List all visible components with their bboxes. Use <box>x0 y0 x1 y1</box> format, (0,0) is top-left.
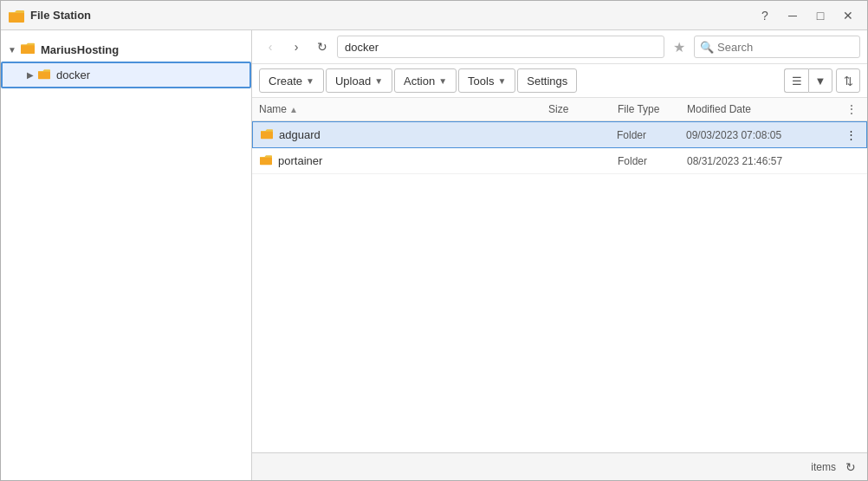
col-header-more[interactable]: ⋮ <box>843 103 860 115</box>
view-dropdown-button[interactable]: ▼ <box>808 68 832 93</box>
adguard-type: Folder <box>617 129 686 141</box>
file-row-adguard[interactable]: adguard Folder 09/03/2023 07:08:05 ⋮ <box>252 121 867 148</box>
close-button[interactable]: ✕ <box>836 6 860 25</box>
create-button[interactable]: Create ▼ <box>259 68 324 93</box>
svg-rect-3 <box>261 131 273 139</box>
file-station-window: File Station ? ─ □ ✕ ▼ MariusHosting <box>0 0 868 481</box>
forward-button[interactable]: › <box>285 36 308 58</box>
adguard-more[interactable]: ⋮ <box>842 128 859 141</box>
list-view-button[interactable]: ☰ <box>784 68 808 93</box>
back-button[interactable]: ‹ <box>259 36 282 58</box>
docker-label: docker <box>56 68 90 81</box>
minimize-button[interactable]: ─ <box>781 6 805 25</box>
path-input[interactable] <box>337 36 664 58</box>
right-panel: ‹ › ↻ ★ 🔍 Create ▼ Upload ▼ <box>252 30 867 480</box>
svg-rect-1 <box>21 44 35 54</box>
tools-button[interactable]: Tools ▼ <box>458 68 515 93</box>
sidebar-item-docker[interactable]: ▶ docker <box>1 62 251 88</box>
sidebar: ▼ MariusHosting ▶ docker <box>1 30 252 480</box>
main-content: ▼ MariusHosting ▶ docker <box>1 30 867 480</box>
app-icon <box>8 7 25 24</box>
settings-label: Settings <box>527 75 567 88</box>
items-count-label: items <box>811 461 836 473</box>
navigation-toolbar: ‹ › ↻ ★ 🔍 <box>252 30 867 64</box>
statusbar-refresh-button[interactable]: ↻ <box>841 458 860 477</box>
upload-button[interactable]: Upload ▼ <box>326 68 392 93</box>
statusbar: items ↻ <box>252 452 867 480</box>
file-name-portainer: portainer <box>259 153 548 168</box>
bookmark-button[interactable]: ★ <box>668 36 690 58</box>
search-input[interactable] <box>717 41 854 54</box>
upload-dropdown-arrow: ▼ <box>374 76 383 86</box>
sidebar-root-item[interactable]: ▼ MariusHosting <box>1 37 251 62</box>
portainer-modified: 08/31/2023 21:46:57 <box>687 155 843 167</box>
refresh-nav-button[interactable]: ↻ <box>311 36 334 58</box>
search-box: 🔍 <box>694 36 860 58</box>
titlebar: File Station ? ─ □ ✕ <box>1 1 867 30</box>
action-toolbar: Create ▼ Upload ▼ Action ▼ Tools ▼ Setti… <box>252 64 867 98</box>
sort-button[interactable]: ⇅ <box>836 68 860 93</box>
col-header-size[interactable]: Size <box>548 103 618 115</box>
file-name-adguard: adguard <box>260 127 547 142</box>
maximize-button[interactable]: □ <box>808 6 832 25</box>
app-title: File Station <box>30 9 753 22</box>
view-combo: ☰ ▼ <box>784 68 832 93</box>
portainer-type: Folder <box>618 155 687 167</box>
file-list: Name ▲ Size File Type Modified Date ⋮ <box>252 98 867 452</box>
portainer-folder-icon <box>259 153 273 168</box>
tools-label: Tools <box>468 75 494 88</box>
settings-button[interactable]: Settings <box>517 68 577 93</box>
svg-rect-2 <box>38 71 50 79</box>
svg-rect-0 <box>9 12 24 23</box>
file-row-portainer[interactable]: portainer Folder 08/31/2023 21:46:57 <box>252 148 867 174</box>
portainer-name: portainer <box>278 154 322 167</box>
root-folder-icon <box>20 41 36 58</box>
adguard-name: adguard <box>279 128 321 141</box>
svg-rect-4 <box>260 157 272 165</box>
create-label: Create <box>269 75 302 88</box>
action-button[interactable]: Action ▼ <box>394 68 457 93</box>
name-sort-arrow: ▲ <box>289 105 298 114</box>
tools-dropdown-arrow: ▼ <box>497 76 506 86</box>
docker-expand-arrow: ▶ <box>27 70 34 80</box>
view-controls: ☰ ▼ ⇅ <box>784 68 860 93</box>
action-dropdown-arrow: ▼ <box>438 76 447 86</box>
file-list-header: Name ▲ Size File Type Modified Date ⋮ <box>252 98 867 121</box>
adguard-modified: 09/03/2023 07:08:05 <box>686 129 842 141</box>
root-collapse-arrow: ▼ <box>8 45 16 55</box>
search-icon: 🔍 <box>700 41 714 54</box>
col-header-type[interactable]: File Type <box>618 103 687 115</box>
help-button[interactable]: ? <box>753 6 777 25</box>
docker-folder-icon <box>37 68 51 82</box>
root-label: MariusHosting <box>41 43 119 56</box>
col-header-name[interactable]: Name ▲ <box>259 103 548 115</box>
adguard-folder-icon <box>260 127 274 142</box>
action-label: Action <box>404 75 435 88</box>
col-header-modified[interactable]: Modified Date <box>687 103 843 115</box>
upload-label: Upload <box>335 75 371 88</box>
window-controls: ? ─ □ ✕ <box>753 6 860 25</box>
create-dropdown-arrow: ▼ <box>306 76 314 86</box>
